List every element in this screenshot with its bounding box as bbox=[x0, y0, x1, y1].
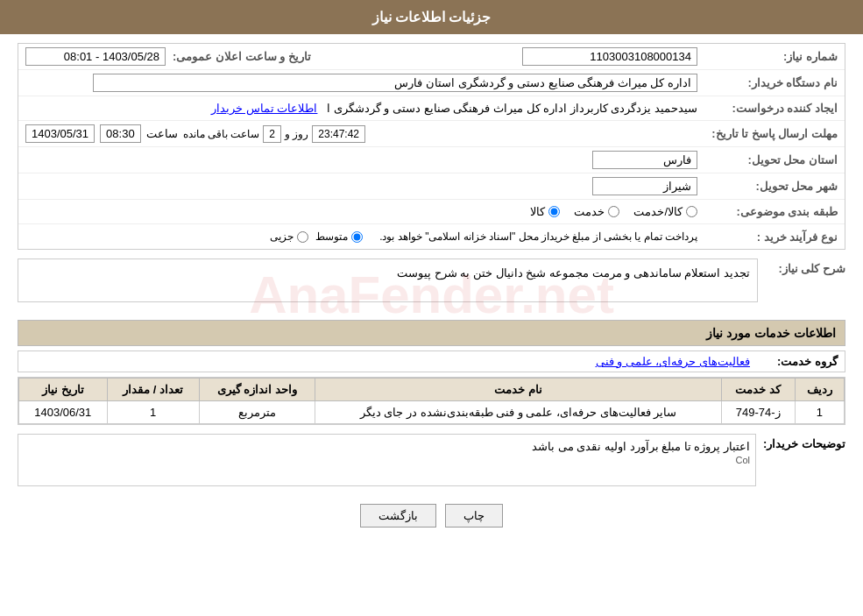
col-header-code: کد خدمت bbox=[721, 379, 795, 401]
category-radio-group: کالا/خدمت خدمت کالا bbox=[25, 205, 697, 218]
table-row: 1ز-74-749سایر فعالیت‌های حرفه‌ای، علمی و… bbox=[19, 401, 845, 424]
creator-label: ایجاد کننده درخواست: bbox=[697, 102, 838, 115]
page-wrapper: جزئیات اطلاعات نیاز AnaFender.net شماره … bbox=[0, 0, 863, 616]
info-section: شماره نیاز: 1103003108000134 تاریخ و ساع… bbox=[18, 43, 845, 250]
table-cell-code: ز-74-749 bbox=[721, 401, 795, 424]
response-deadline-datetime: 23:47:42 روز و 2 ساعت باقی مانده ساعت 08… bbox=[25, 124, 697, 143]
category-kala-khidmat-label: کالا/خدمت bbox=[633, 205, 683, 218]
buyer-org-label: نام دستگاه خریدار: bbox=[697, 76, 838, 89]
procurement-type-label: نوع فرآیند خرید : bbox=[697, 230, 838, 244]
main-content: AnaFender.net شماره نیاز: 11030031080001… bbox=[0, 34, 863, 554]
page-title: جزئیات اطلاعات نیاز bbox=[372, 10, 492, 25]
table-cell-row: 1 bbox=[795, 401, 844, 424]
province-value: فارس bbox=[592, 151, 697, 169]
table-cell-date: 1403/06/31 bbox=[19, 401, 108, 424]
category-khidmat-label: خدمت bbox=[574, 205, 605, 218]
service-table-body: 1ز-74-749سایر فعالیت‌های حرفه‌ای، علمی و… bbox=[19, 401, 845, 424]
procurement-text: پرداخت تمام یا بخشی از مبلغ خریداز محل "… bbox=[379, 230, 697, 243]
remaining-hours-label: ساعت باقی مانده bbox=[183, 128, 260, 140]
procurement-mutavasit-label: متوسط bbox=[315, 230, 348, 243]
procurement-mutavasit: متوسط bbox=[315, 230, 363, 243]
category-kala: کالا bbox=[530, 205, 560, 218]
creator-value: سیدحمید یزدگردی کاربرداز اداره کل میراث … bbox=[327, 102, 697, 115]
service-group-label: گروه خدمت: bbox=[750, 355, 838, 368]
category-kala-label: کالا bbox=[530, 205, 545, 218]
province-label: استان محل تحویل: bbox=[697, 153, 838, 166]
description-text: تجدید استعلام ساماندهی و مرمت مجموعه شیخ… bbox=[18, 258, 758, 302]
procurement-radio-mutavasit[interactable] bbox=[351, 231, 363, 243]
need-number-value: 1103003108000134 bbox=[522, 47, 697, 66]
col-header-quantity: تعداد / مقدار bbox=[107, 379, 199, 401]
category-radio-kala[interactable] bbox=[548, 206, 560, 217]
announcement-datetime-label: تاریخ و ساعت اعلان عمومی: bbox=[166, 50, 311, 63]
creator-link[interactable]: اطلاعات تماس خریدار bbox=[211, 102, 317, 115]
category-radio-kala-khidmat[interactable] bbox=[686, 206, 697, 217]
table-cell-quantity: 1 bbox=[107, 401, 199, 424]
city-row: شهر محل تحویل: شیراز bbox=[18, 173, 845, 200]
description-section: شرح کلی نیاز: تجدید استعلام ساماندهی و م… bbox=[18, 258, 845, 311]
province-row: استان محل تحویل: فارس bbox=[18, 147, 845, 173]
creator-row: ایجاد کننده درخواست: سیدحمید یزدگردی کار… bbox=[18, 96, 845, 121]
remaining-days: 2 bbox=[263, 125, 281, 143]
service-group-value: فعالیت‌های حرفه‌ای، علمی و فنی bbox=[25, 355, 750, 368]
buyer-notes-text: اعتبار پروژه تا مبلغ برآورد اولیه نقدی م… bbox=[18, 434, 756, 486]
city-label: شهر محل تحویل: bbox=[697, 180, 838, 193]
service-table: ردیف کد خدمت نام خدمت واحد اندازه گیری ت… bbox=[18, 378, 845, 424]
remaining-time-value: 23:47:42 bbox=[312, 125, 365, 143]
col-badge-text: Col bbox=[736, 455, 751, 465]
category-row: طبقه بندی موضوعی: کالا/خدمت خدمت bbox=[18, 200, 845, 224]
description-label: شرح کلی نیاز: bbox=[758, 258, 845, 275]
buttons-row: چاپ بازگشت bbox=[18, 495, 845, 545]
category-khidmat: خدمت bbox=[574, 205, 619, 218]
back-button[interactable]: بازگشت bbox=[360, 504, 436, 527]
need-number-label: شماره نیاز: bbox=[697, 50, 838, 63]
table-cell-name: سایر فعالیت‌های حرفه‌ای، علمی و فنی طبقه… bbox=[315, 401, 721, 424]
buyer-org-value: اداره کل میراث فرهنگی صنایع دستی و گردشگ… bbox=[93, 74, 697, 92]
response-deadline-label: مهلت ارسال پاسخ تا تاریخ: bbox=[697, 127, 838, 140]
need-number-row: شماره نیاز: 1103003108000134 تاریخ و ساع… bbox=[18, 44, 845, 70]
col-header-unit: واحد اندازه گیری bbox=[199, 379, 315, 401]
table-header-row: ردیف کد خدمت نام خدمت واحد اندازه گیری ت… bbox=[19, 379, 845, 401]
announcement-datetime-value: 1403/05/28 - 08:01 bbox=[25, 47, 166, 66]
response-date: 1403/05/31 bbox=[25, 124, 95, 143]
category-radio-khidmat[interactable] bbox=[608, 206, 619, 217]
buyer-notes-section: توضیحات خریدار: اعتبار پروژه تا مبلغ برآ… bbox=[18, 434, 845, 486]
category-kala-khidmat: کالا/خدمت bbox=[633, 205, 697, 218]
col-header-name: نام خدمت bbox=[315, 379, 721, 401]
page-header: جزئیات اطلاعات نیاز bbox=[0, 0, 863, 34]
buyer-org-row: نام دستگاه خریدار: اداره کل میراث فرهنگی… bbox=[18, 70, 845, 96]
service-section-title: اطلاعات خدمات مورد نیاز bbox=[18, 320, 845, 346]
service-table-wrapper: ردیف کد خدمت نام خدمت واحد اندازه گیری ت… bbox=[18, 377, 845, 425]
procurement-type-options: پرداخت تمام یا بخشی از مبلغ خریداز محل "… bbox=[25, 230, 697, 243]
col-header-date: تاریخ نیاز bbox=[19, 379, 108, 401]
col-header-row-num: ردیف bbox=[795, 379, 844, 401]
city-value: شیراز bbox=[592, 177, 697, 195]
procurement-jozii-label: جزیی bbox=[270, 230, 294, 243]
procurement-radio-jozii[interactable] bbox=[297, 231, 308, 243]
category-label: طبقه بندی موضوعی: bbox=[697, 205, 838, 218]
remaining-label: روز و bbox=[285, 128, 308, 140]
buyer-notes-label: توضیحات خریدار: bbox=[756, 434, 845, 450]
procurement-type-row: نوع فرآیند خرید : پرداخت تمام یا بخشی از… bbox=[18, 224, 845, 249]
table-cell-unit: مترمربع bbox=[199, 401, 315, 424]
print-button[interactable]: چاپ bbox=[445, 504, 503, 527]
service-group-row: گروه خدمت: فعالیت‌های حرفه‌ای، علمی و فن… bbox=[18, 350, 845, 372]
response-deadline-row: مهلت ارسال پاسخ تا تاریخ: 23:47:42 روز و… bbox=[18, 121, 845, 147]
service-group-link[interactable]: فعالیت‌های حرفه‌ای، علمی و فنی bbox=[596, 355, 750, 368]
procurement-jozii: جزیی bbox=[270, 230, 308, 243]
response-time: 08:30 bbox=[100, 124, 141, 143]
